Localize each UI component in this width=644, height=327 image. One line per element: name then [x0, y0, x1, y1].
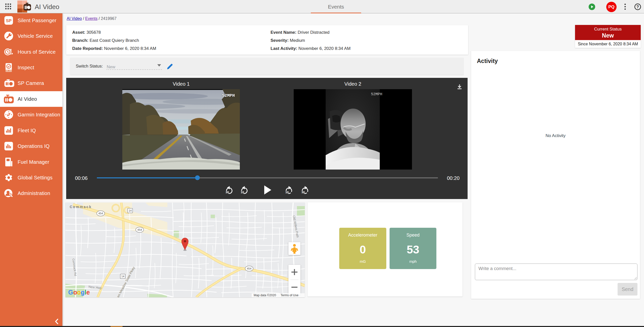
svg-text:14: 14: [129, 209, 132, 212]
svg-text:o: o: [77, 289, 81, 296]
svg-text:G: G: [68, 289, 73, 296]
svg-text:l: l: [85, 289, 86, 296]
svg-text:52MPH: 52MPH: [222, 93, 235, 98]
svg-text:454: 454: [137, 228, 142, 231]
svg-text:30: 30: [226, 191, 229, 194]
svg-text:52MPH: 52MPH: [371, 92, 382, 96]
svg-text:10: 10: [241, 191, 244, 194]
svg-text:10: 10: [285, 191, 289, 194]
svg-text:e: e: [86, 289, 90, 296]
svg-text:30: 30: [301, 191, 305, 194]
svg-text:SP: SP: [6, 18, 12, 23]
svg-text:454: 454: [247, 267, 251, 270]
svg-text:14: 14: [121, 275, 124, 278]
svg-text:Map data ©2020: Map data ©2020: [254, 293, 276, 297]
svg-text:Commack: Commack: [70, 205, 92, 209]
svg-text:o: o: [73, 289, 77, 296]
svg-text:g: g: [81, 289, 85, 296]
svg-text:Terms of Use: Terms of Use: [281, 293, 298, 297]
svg-text:?: ?: [636, 5, 639, 9]
svg-text:454: 454: [98, 212, 103, 215]
